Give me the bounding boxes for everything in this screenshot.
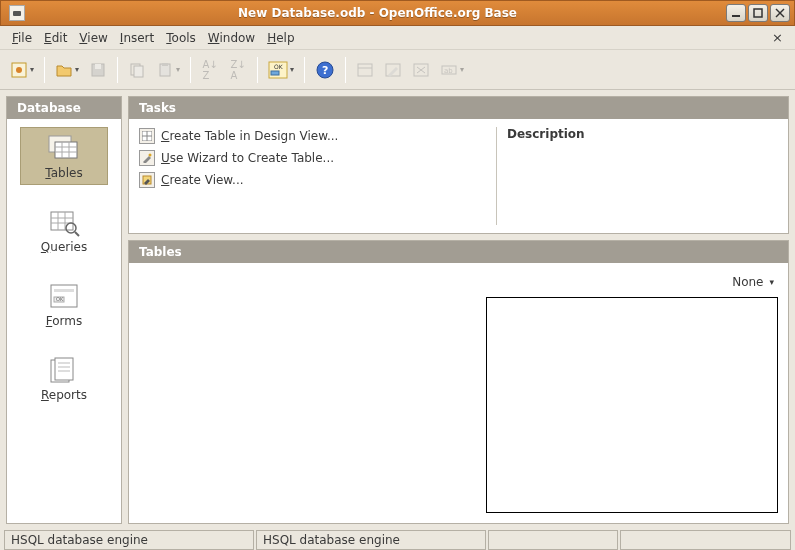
sidebar-item-label: Reports <box>41 388 87 402</box>
status-cell-3 <box>488 530 618 550</box>
minimize-button[interactable] <box>726 4 746 22</box>
close-window-button[interactable] <box>770 4 790 22</box>
task-label: Create View... <box>161 173 244 187</box>
tables-panel: Tables None ▾ <box>128 240 789 524</box>
svg-point-6 <box>16 67 22 73</box>
sort-asc-button: A↓Z <box>197 56 223 84</box>
svg-text:ab: ab <box>444 67 453 75</box>
tables-header: Tables <box>129 241 788 263</box>
table-new-button <box>352 56 378 84</box>
sidebar-item-forms[interactable]: OK Forms <box>20 275 108 333</box>
svg-rect-27 <box>55 142 77 158</box>
main-area: Database Tables Queries OK Forms <box>0 90 795 530</box>
preview-mode-selector[interactable]: None ▾ <box>728 273 778 291</box>
menu-file[interactable]: File <box>6 29 38 47</box>
window-titlebar: New Database.odb - OpenOffice.org Base <box>0 0 795 26</box>
close-document-button[interactable]: × <box>766 28 789 47</box>
sidebar-item-queries[interactable]: Queries <box>20 201 108 259</box>
menu-insert[interactable]: Insert <box>114 29 160 47</box>
description-header: Description <box>507 127 778 141</box>
preview-mode-label: None <box>732 275 763 289</box>
chevron-down-icon: ▾ <box>769 277 774 287</box>
table-delete-button <box>408 56 434 84</box>
svg-rect-14 <box>271 71 279 75</box>
menu-tools[interactable]: Tools <box>160 29 202 47</box>
tables-list-area[interactable] <box>139 273 476 513</box>
toolbar-separator <box>44 57 45 83</box>
toolbar: ▾ ▾ ▾ A↓Z Z↓A OK ▾ ? ab ▾ <box>0 50 795 90</box>
menu-view[interactable]: View <box>73 29 113 47</box>
status-cell-4 <box>620 530 791 550</box>
tasks-panel: Tasks Create Table in Design View... Use… <box>128 96 789 234</box>
menu-bar: File Edit View Insert Tools Window Help … <box>0 26 795 50</box>
menu-edit[interactable]: Edit <box>38 29 73 47</box>
svg-rect-39 <box>51 285 77 307</box>
description-area: Description <box>496 127 778 225</box>
svg-rect-8 <box>95 64 101 69</box>
reports-icon <box>45 356 83 386</box>
sidebar-item-reports[interactable]: Reports <box>20 349 108 407</box>
toolbar-separator <box>190 57 191 83</box>
copy-button <box>124 56 150 84</box>
toolbar-separator <box>257 57 258 83</box>
table-edit-button <box>380 56 406 84</box>
maximize-button[interactable] <box>748 4 768 22</box>
tables-icon <box>45 134 83 164</box>
svg-rect-1 <box>732 15 740 17</box>
open-button[interactable]: ▾ <box>51 56 83 84</box>
status-cell-2: HSQL database engine <box>256 530 486 550</box>
menu-help[interactable]: Help <box>261 29 300 47</box>
svg-point-51 <box>149 154 152 157</box>
toolbar-separator <box>304 57 305 83</box>
wizard-icon <box>139 150 155 166</box>
sort-desc-button: Z↓A <box>225 56 251 84</box>
table-design-icon <box>139 128 155 144</box>
status-cell-1: HSQL database engine <box>4 530 254 550</box>
view-icon <box>139 172 155 188</box>
svg-text:?: ? <box>322 64 328 77</box>
new-button[interactable]: ▾ <box>6 56 38 84</box>
toolbar-separator <box>117 57 118 83</box>
forms-icon: OK <box>45 282 83 312</box>
svg-rect-2 <box>754 9 762 17</box>
svg-rect-40 <box>54 289 74 292</box>
task-label: Create Table in Design View... <box>161 129 338 143</box>
database-sidebar: Database Tables Queries OK Forms <box>6 96 122 524</box>
preview-box <box>486 297 778 513</box>
svg-rect-32 <box>51 212 73 230</box>
window-title: New Database.odb - OpenOffice.org Base <box>29 6 726 20</box>
toolbar-separator <box>345 57 346 83</box>
queries-icon <box>45 208 83 238</box>
svg-rect-12 <box>162 63 168 66</box>
tasks-header: Tasks <box>129 97 788 119</box>
task-create-table-wizard[interactable]: Use Wizard to Create Table... <box>139 149 486 167</box>
svg-rect-10 <box>134 66 143 77</box>
table-rename-button: ab ▾ <box>436 56 468 84</box>
sidebar-item-label: Tables <box>45 166 82 180</box>
svg-text:OK: OK <box>274 63 284 70</box>
help-button[interactable]: ? <box>311 56 339 84</box>
task-label: Use Wizard to Create Table... <box>161 151 334 165</box>
task-create-view[interactable]: Create View... <box>139 171 486 189</box>
svg-rect-18 <box>358 64 372 76</box>
svg-rect-0 <box>13 11 21 16</box>
app-icon <box>9 5 25 21</box>
task-list: Create Table in Design View... Use Wizar… <box>139 127 486 225</box>
save-button <box>85 56 111 84</box>
svg-rect-44 <box>55 358 73 380</box>
svg-text:OK: OK <box>56 296 64 302</box>
sidebar-item-label: Queries <box>41 240 87 254</box>
paste-button: ▾ <box>152 56 184 84</box>
menu-window[interactable]: Window <box>202 29 261 47</box>
sidebar-header: Database <box>7 97 121 119</box>
form-button[interactable]: OK ▾ <box>264 56 298 84</box>
status-bar: HSQL database engine HSQL database engin… <box>0 530 795 550</box>
sidebar-item-label: Forms <box>46 314 83 328</box>
svg-line-38 <box>75 232 79 236</box>
task-create-table-design[interactable]: Create Table in Design View... <box>139 127 486 145</box>
sidebar-item-tables[interactable]: Tables <box>20 127 108 185</box>
